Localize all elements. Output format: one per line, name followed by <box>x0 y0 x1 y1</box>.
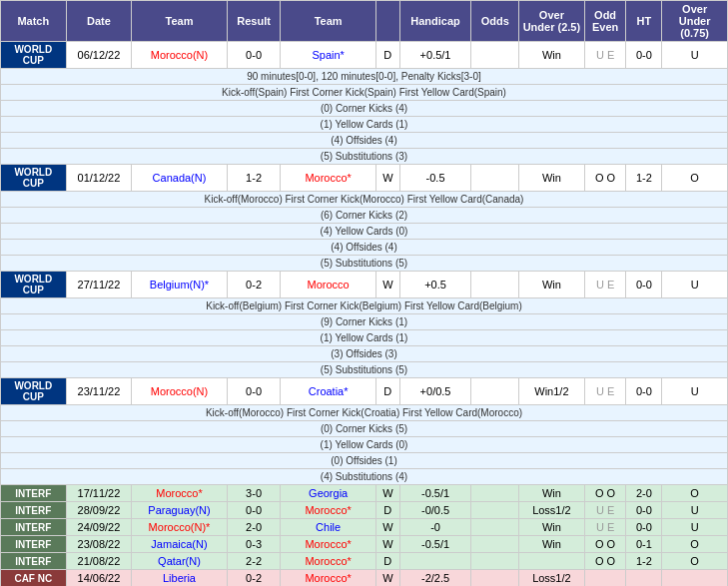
detail-cell: (5) Substitutions (5) <box>1 362 728 378</box>
header-handicap: Handicap <box>399 1 471 42</box>
date-cell: 24/09/22 <box>66 519 132 536</box>
ou25-cell: Win <box>519 272 585 298</box>
detail-cell: (1) Yellow Cards (1) <box>1 330 728 346</box>
detail-cell: (5) Substitutions (3) <box>1 149 728 165</box>
outcome-cell: W <box>375 570 399 587</box>
main-table: Match Date Team Result Team Handicap Odd… <box>0 0 728 586</box>
detail-row: Kick-off(Belgium) First Corner Kick(Belg… <box>1 298 728 314</box>
detail-cell: Kick-off(Belgium) First Corner Kick(Belg… <box>1 298 728 314</box>
handicap-cell: -0.5/1 <box>399 485 471 502</box>
odds-cell <box>471 519 519 536</box>
date-cell: 01/12/22 <box>66 165 132 192</box>
odds-cell <box>471 272 519 298</box>
handicap-cell: +0.5 <box>399 272 471 298</box>
table-row: WORLD CUP 01/12/22 Canada(N) 1-2 Morocco… <box>1 165 728 192</box>
detail-row: (5) Substitutions (5) <box>1 362 728 378</box>
team1-cell: Canada(N) <box>132 165 227 192</box>
outcome-cell: W <box>375 536 399 553</box>
header-odds: Odds <box>471 1 519 42</box>
ou075-cell: U <box>662 42 728 69</box>
odds-cell <box>471 485 519 502</box>
detail-row: (3) Offsides (3) <box>1 346 728 362</box>
match-label: INTERF <box>1 502 67 519</box>
oddeven-cell: O O <box>584 165 626 192</box>
detail-cell: (0) Offsides (1) <box>1 453 728 469</box>
table-row: INTERF 21/08/22 Qatar(N) 2-2 Morocco* D … <box>1 553 728 570</box>
ht-cell: 0-0 <box>626 272 662 298</box>
team2-cell: Morocco* <box>281 502 375 519</box>
odds-cell <box>471 553 519 570</box>
odds-cell <box>471 536 519 553</box>
detail-cell: (4) Yellow Cards (0) <box>1 224 728 240</box>
match-label: WORLD CUP <box>1 378 67 405</box>
date-cell: 21/08/22 <box>66 553 132 570</box>
header-ou25: Over Under (2.5) <box>519 1 585 42</box>
detail-cell: (6) Corner Kicks (2) <box>1 208 728 224</box>
oddeven-cell: U E <box>584 272 626 298</box>
ou25-cell: Loss1/2 <box>519 570 585 587</box>
detail-cell: (3) Offsides (3) <box>1 346 728 362</box>
team1-cell: Morocco(N)* <box>132 519 227 536</box>
team1-cell: Liberia <box>132 570 227 587</box>
result-cell: 0-0 <box>227 42 281 69</box>
ou075-cell: U <box>662 519 728 536</box>
table-row: INTERF 17/11/22 Morocco* 3-0 Georgia W -… <box>1 485 728 502</box>
detail-row: (1) Yellow Cards (0) <box>1 437 728 453</box>
detail-row: (1) Yellow Cards (1) <box>1 117 728 133</box>
header-ht: HT <box>626 1 662 42</box>
ht-cell <box>626 570 662 587</box>
ou25-cell: Win <box>519 519 585 536</box>
table-row: INTERF 28/09/22 Paraguay(N) 0-0 Morocco*… <box>1 502 728 519</box>
team2-cell: Morocco* <box>281 553 375 570</box>
table-row: INTERF 23/08/22 Jamaica(N) 0-3 Morocco* … <box>1 536 728 553</box>
team2-cell: Morocco* <box>281 570 375 587</box>
team1-cell: Morocco* <box>132 485 227 502</box>
detail-row: (5) Substitutions (5) <box>1 256 728 272</box>
ou075-cell <box>662 570 728 587</box>
header-date: Date <box>66 1 132 42</box>
detail-cell: (0) Corner Kicks (4) <box>1 101 728 117</box>
detail-cell: (4) Offsides (4) <box>1 133 728 149</box>
team1-cell: Belgium(N)* <box>132 272 227 298</box>
team1-cell: Jamaica(N) <box>132 536 227 553</box>
outcome-cell: D <box>375 553 399 570</box>
detail-cell: (4) Substitutions (4) <box>1 469 728 485</box>
detail-row: (0) Offsides (1) <box>1 453 728 469</box>
handicap-cell <box>399 553 471 570</box>
ou25-cell: Win <box>519 42 585 69</box>
table-row: WORLD CUP 23/11/22 Morocco(N) 0-0 Croati… <box>1 378 728 405</box>
odds-cell <box>471 42 519 69</box>
oddeven-cell: O O <box>584 485 626 502</box>
ht-cell: 2-0 <box>626 485 662 502</box>
oddeven-cell: U E <box>584 519 626 536</box>
detail-cell: Kick-off(Spain) First Corner Kick(Spain)… <box>1 85 728 101</box>
ou075-cell: O <box>662 165 728 192</box>
handicap-cell: -0/0.5 <box>399 502 471 519</box>
ou25-cell: Win <box>519 536 585 553</box>
match-label: WORLD CUP <box>1 165 67 192</box>
handicap-cell: -0.5 <box>399 165 471 192</box>
ht-cell: 0-1 <box>626 536 662 553</box>
match-label: INTERF <box>1 485 67 502</box>
header-outcome <box>375 1 399 42</box>
ou075-cell: O <box>662 553 728 570</box>
team2-cell: Croatia* <box>281 378 375 405</box>
ou075-cell: U <box>662 272 728 298</box>
ht-cell: 0-0 <box>626 519 662 536</box>
detail-row: Kick-off(Morocco) First Corner Kick(Croa… <box>1 405 728 421</box>
date-cell: 27/11/22 <box>66 272 132 298</box>
oddeven-cell: U E <box>584 502 626 519</box>
outcome-cell: D <box>375 502 399 519</box>
outcome-cell: W <box>375 519 399 536</box>
result-cell: 0-2 <box>227 272 281 298</box>
header-result: Result <box>227 1 281 42</box>
oddeven-cell: O O <box>584 553 626 570</box>
detail-row: (9) Corner Kicks (1) <box>1 314 728 330</box>
outcome-cell: D <box>375 42 399 69</box>
result-cell: 2-0 <box>227 519 281 536</box>
detail-cell: (0) Corner Kicks (5) <box>1 421 728 437</box>
handicap-cell: +0/0.5 <box>399 378 471 405</box>
team2-cell: Chile <box>281 519 375 536</box>
result-cell: 3-0 <box>227 485 281 502</box>
team1-cell: Paraguay(N) <box>132 502 227 519</box>
